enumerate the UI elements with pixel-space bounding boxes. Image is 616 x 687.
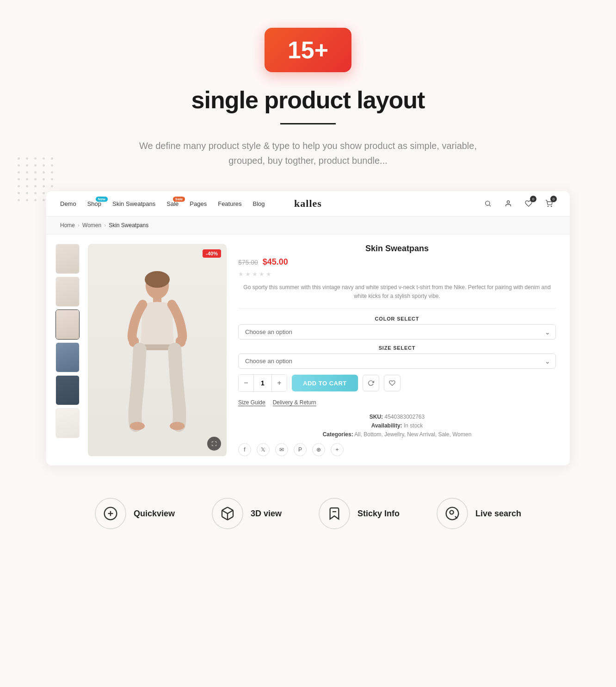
cart-icon-btn[interactable]: 0 — [542, 197, 556, 210]
3dview-label: 3D view — [251, 509, 282, 519]
categories-row: Categories: All, Bottom, Jewellry, New A… — [238, 431, 556, 438]
breadcrumb-women[interactable]: Women — [82, 222, 101, 229]
email-share-btn[interactable]: ✉ — [275, 443, 288, 456]
qty-decrease-button[interactable]: − — [239, 375, 253, 391]
quantity-control: − 1 + — [238, 374, 287, 392]
svg-point-11 — [130, 421, 145, 430]
thumb-4[interactable] — [55, 342, 80, 372]
thumb-3[interactable] — [55, 309, 80, 340]
price-old: $75.00 — [238, 259, 258, 266]
hero-description: We define many product style & type to h… — [128, 138, 488, 168]
svg-line-1 — [489, 205, 491, 206]
qty-increase-button[interactable]: + — [272, 375, 287, 391]
pinterest-share-btn[interactable]: P — [294, 443, 307, 456]
breadcrumb-home[interactable]: Home — [60, 222, 75, 229]
badge-new: New — [96, 197, 108, 202]
thumb-2[interactable] — [55, 277, 80, 307]
sticky-info-icon-wrap — [319, 498, 350, 529]
refresh-icon-btn[interactable] — [363, 375, 379, 391]
size-guide-link[interactable]: Size Guide — [238, 399, 265, 406]
hero-title: single product layout — [9, 86, 607, 114]
search-icon-btn[interactable] — [481, 197, 495, 210]
nav-icon-group: 0 0 — [481, 197, 556, 210]
cart-count: 0 — [550, 196, 557, 202]
feature-sticky-info: Sticky Info — [319, 498, 400, 529]
thumb-6[interactable] — [55, 408, 80, 438]
qty-add-row: − 1 + ADD TO CART — [238, 374, 556, 392]
svg-point-6 — [145, 271, 170, 288]
sku-label: SKU: — [370, 414, 383, 420]
messenger-share-btn[interactable]: ⊕ — [312, 443, 325, 456]
availability-value: In stock — [404, 422, 423, 429]
product-description: Go sporty this summer with this vintage … — [238, 283, 556, 309]
demo-product-card: Demo Shop New Skin Sweatpans Sale Sale P… — [46, 191, 570, 465]
nav-link-pages[interactable]: Pages — [190, 200, 207, 207]
delivery-link[interactable]: Delivery & Return — [273, 399, 316, 406]
user-icon-btn[interactable] — [501, 197, 515, 210]
nav-link-products[interactable]: Skin Sweatpans — [112, 200, 155, 207]
categories-label: Categories: — [323, 431, 353, 438]
social-share-row: f 𝕏 ✉ P ⊕ + — [238, 443, 556, 456]
color-select-wrapper[interactable]: Choose an option White Pink Blue — [238, 324, 556, 340]
wishlist-icon-btn-product[interactable] — [384, 375, 400, 391]
nav-links: Demo Shop New Skin Sweatpans Sale Sale P… — [60, 200, 481, 207]
nav-link-shop[interactable]: Shop New — [87, 200, 101, 207]
color-select-label: COLOR SELECT — [238, 316, 556, 322]
feature-live-search: Live search — [437, 498, 521, 529]
nav-link-demo[interactable]: Demo — [60, 200, 76, 207]
wishlist-icon-btn[interactable]: 0 — [522, 197, 536, 210]
thumb-5[interactable] — [55, 375, 80, 405]
svg-point-3 — [548, 206, 548, 206]
page-wrapper: 15+ single product layout We define many… — [0, 0, 616, 566]
hero-section: 15+ single product layout We define many… — [0, 0, 616, 566]
live-search-label: Live search — [475, 509, 521, 519]
price-new: $45.00 — [263, 257, 288, 267]
live-search-icon-wrap — [437, 498, 468, 529]
add-to-cart-button[interactable]: ADD TO CART — [292, 375, 358, 391]
nav-link-features[interactable]: Features — [218, 200, 241, 207]
hero-divider — [280, 123, 336, 124]
features-row: Quickview 3D view — [9, 475, 607, 552]
thumbnail-column — [55, 244, 81, 456]
feature-3dview: 3D view — [212, 498, 282, 529]
wishlist-count: 0 — [530, 196, 536, 202]
product-layout: -40% — [46, 235, 570, 465]
sku-value: 4540383002763 — [384, 414, 425, 420]
discount-badge: -40% — [203, 249, 221, 258]
star-rating: ★ ★ ★ ★ ★ — [238, 271, 556, 278]
sku-row: SKU: 4540383002763 — [238, 414, 556, 420]
product-image-visual — [88, 244, 227, 456]
breadcrumb-sep-1: › — [78, 222, 80, 229]
star-5: ★ — [266, 271, 271, 278]
availability-label: Availability: — [371, 422, 402, 429]
thumb-1[interactable] — [55, 244, 80, 274]
bookmark-icon — [327, 506, 342, 521]
nav-link-sale[interactable]: Sale Sale — [166, 200, 179, 207]
more-share-btn[interactable]: + — [331, 443, 344, 456]
product-title: Skin Sweatpans — [238, 244, 556, 254]
3dview-icon-wrap — [212, 498, 243, 529]
star-4: ★ — [259, 271, 265, 278]
size-select-label: SIZE SELECT — [238, 345, 556, 351]
breadcrumb: Home › Women › Skin Sweatpans — [46, 217, 570, 235]
product-links: Size Guide Delivery & Return — [238, 399, 556, 406]
facebook-share-btn[interactable]: f — [238, 443, 251, 456]
plus-circle-icon — [103, 506, 118, 521]
color-select-dropdown[interactable]: Choose an option White Pink Blue — [238, 324, 556, 340]
sticky-info-label: Sticky Info — [357, 509, 400, 519]
size-select-wrapper[interactable]: Choose an option S M L XL — [238, 353, 556, 369]
svg-point-0 — [486, 201, 490, 205]
twitter-share-btn[interactable]: 𝕏 — [257, 443, 270, 456]
size-select-dropdown[interactable]: Choose an option S M L XL — [238, 353, 556, 369]
breadcrumb-current: Skin Sweatpans — [109, 222, 148, 229]
availability-row: Availability: In stock — [238, 422, 556, 429]
search-circle-icon — [445, 506, 460, 521]
star-1: ★ — [238, 271, 244, 278]
categories-value: All, Bottom, Jewellry, New Arrival, Sale… — [354, 431, 471, 438]
breadcrumb-sep-2: › — [104, 222, 106, 229]
star-2: ★ — [245, 271, 251, 278]
qty-value: 1 — [253, 375, 272, 391]
nav-link-blog[interactable]: Blog — [253, 200, 265, 207]
size-select-section: SIZE SELECT Choose an option S M L XL — [238, 345, 556, 369]
product-price: $75.00 $45.00 — [238, 257, 556, 267]
